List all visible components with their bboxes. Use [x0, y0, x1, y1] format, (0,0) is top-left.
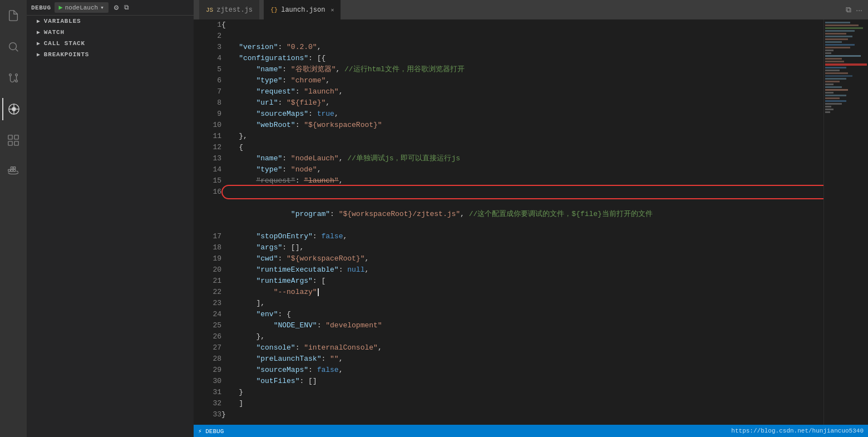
table-row: 10 "webRoot": "${workspaceRoot}" — [194, 120, 823, 131]
debug-session: ▶ nodeLauch ▾ — [55, 2, 108, 13]
tab-close-icon[interactable]: ✕ — [331, 7, 334, 13]
watch-label: WATCH — [44, 29, 65, 36]
table-row: 8 "url": "${file}", — [194, 97, 823, 109]
table-row: 18 "args": [], — [194, 242, 823, 253]
breakpoints-label: BREAKPOINTS — [44, 51, 89, 58]
table-row: 26 }, — [194, 331, 823, 342]
breakpoints-chevron: ▶ — [37, 51, 41, 58]
table-row: 29 "sourceMaps": false, — [194, 365, 823, 376]
svg-point-3 — [16, 80, 18, 82]
session-name: nodeLauch — [65, 4, 98, 11]
editor-actions: ⧉ ··· — [846, 5, 862, 14]
table-row: 23 ], — [194, 298, 823, 309]
table-row: 13 "name": "nodeLauch", //单独调试js，即可以直接运行… — [194, 153, 823, 164]
table-row: 22 "--nolazy" — [194, 287, 823, 298]
table-row: 14 "type": "node", — [194, 164, 823, 175]
activity-bar — [0, 0, 27, 437]
svg-rect-14 — [8, 141, 12, 145]
search-icon[interactable] — [2, 36, 24, 58]
docker-icon[interactable] — [2, 160, 24, 183]
table-row: 3 "version": "0.2.0", — [194, 42, 823, 53]
table-row: 19 "cwd": "${workspaceRoot}", — [194, 253, 823, 264]
table-row: 7 "request": "launch", — [194, 86, 823, 97]
table-row: 17 "stopOnEntry": false, — [194, 231, 823, 242]
gear-icon[interactable]: ⚙ — [114, 3, 119, 12]
split-icon[interactable]: ⧉ — [124, 4, 129, 12]
session-dropdown-icon[interactable]: ▾ — [100, 4, 104, 11]
tab-zjtest[interactable]: JS zjtest.js — [199, 0, 259, 19]
call-stack-section[interactable]: ▶ CALL STACK — [27, 38, 194, 49]
svg-rect-18 — [13, 169, 16, 171]
table-row: 2 — [194, 31, 823, 42]
table-row: 21 "runtimeArgs": [ — [194, 276, 823, 287]
minimap — [823, 19, 868, 425]
svg-rect-19 — [11, 167, 13, 169]
table-row: 1 { — [194, 19, 823, 31]
tab-launch-json[interactable]: {} launch.json ✕ — [264, 0, 341, 19]
svg-rect-16 — [8, 169, 11, 171]
js-file-icon: JS — [206, 7, 213, 13]
table-row: 27 "console": "internalConsole", — [194, 342, 823, 353]
svg-rect-15 — [14, 141, 18, 145]
table-row: 28 "preLaunchTask": "", — [194, 353, 823, 365]
watch-section[interactable]: ▶ WATCH — [27, 27, 194, 38]
table-row: 16 "program": "${workspaceRoot}/zjtest.j… — [194, 186, 823, 231]
variables-label: VARIABLES — [44, 18, 81, 24]
svg-point-7 — [12, 107, 16, 111]
table-row: 5 "name": "谷歌浏览器", //运行html文件，用谷歌浏览器打开 — [194, 64, 823, 75]
variables-chevron: ▶ — [37, 18, 41, 24]
debug-title-label: DEBUG — [31, 4, 51, 11]
table-row: 9 "sourceMaps": true, — [194, 109, 823, 120]
debug-header: DEBUG ▶ nodeLauch ▾ ⚙ ⧉ — [27, 0, 194, 16]
json-file-icon: {} — [270, 7, 278, 13]
variables-section[interactable]: ▶ VARIABLES — [27, 16, 194, 27]
status-bar: ⚡ DEBUG https://blog.csdn.net/hunjiancuo… — [194, 425, 868, 437]
table-row: 30 "outFiles": [] — [194, 376, 823, 387]
call-stack-label: CALL STACK — [44, 40, 85, 47]
minimap-content — [824, 19, 868, 115]
code-table: 1 { 2 3 "version": "0.2.0", — [194, 19, 823, 420]
svg-rect-12 — [8, 135, 12, 139]
split-editor-button[interactable]: ⧉ — [846, 5, 851, 14]
debug-icon[interactable] — [2, 98, 24, 120]
table-row: 32 ] — [194, 398, 823, 409]
table-row: 24 "env": { — [194, 309, 823, 320]
table-row: 31 } — [194, 387, 823, 398]
call-stack-chevron: ▶ — [37, 40, 41, 47]
tab-bar: JS zjtest.js {} launch.json ✕ ⧉ ··· — [194, 0, 868, 19]
files-icon[interactable] — [2, 4, 24, 27]
tab-launch-label: launch.json — [281, 6, 325, 14]
status-url: https://blog.csdn.net/hunjiancuo5340 — [731, 428, 864, 434]
table-row: 15 "request": "launch", — [194, 175, 823, 186]
svg-point-0 — [9, 43, 17, 50]
svg-rect-17 — [11, 169, 13, 171]
table-row: 4 "configurations": [{ — [194, 53, 823, 64]
table-row: 12 { — [194, 142, 823, 153]
svg-rect-13 — [14, 135, 18, 139]
watch-chevron: ▶ — [37, 29, 41, 36]
svg-point-2 — [9, 74, 12, 76]
table-row: 25 "NODE_ENV": "development" — [194, 320, 823, 331]
table-row: 20 "runtimeExecutable": null, — [194, 264, 823, 276]
table-row: 6 "type": "chrome", — [194, 75, 823, 86]
svg-line-1 — [16, 49, 18, 51]
debug-sidebar: DEBUG ▶ nodeLauch ▾ ⚙ ⧉ ▶ VARIABLES ▶ WA… — [27, 0, 194, 437]
table-row: 33 } — [194, 409, 823, 420]
svg-point-4 — [16, 74, 18, 76]
play-icon[interactable]: ▶ — [59, 3, 63, 12]
editor-area: JS zjtest.js {} launch.json ✕ ⧉ ··· — [194, 0, 868, 437]
table-row: 11 }, — [194, 131, 823, 142]
tab-zjtest-label: zjtest.js — [216, 6, 253, 14]
code-editor[interactable]: 1 { 2 3 "version": "0.2.0", — [194, 19, 823, 425]
status-left: ⚡ DEBUG — [198, 428, 224, 435]
more-actions-button[interactable]: ··· — [856, 5, 862, 14]
source-control-icon[interactable] — [2, 67, 24, 89]
breakpoints-section[interactable]: ▶ BREAKPOINTS — [27, 49, 194, 60]
extensions-icon[interactable] — [2, 129, 24, 151]
